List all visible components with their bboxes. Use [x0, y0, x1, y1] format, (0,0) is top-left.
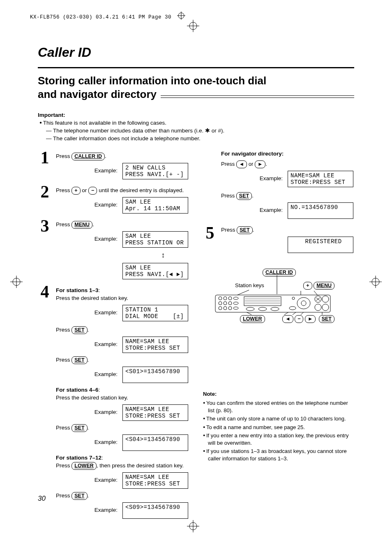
section-title-line2: and navigator directory [38, 88, 157, 101]
step-4-example-2: Example: NAME=SAM LEE STORE:PRESS SET [56, 337, 188, 353]
panel-label-plus-menu: + MENU [303, 282, 334, 290]
lcd-step-5: REGISTERED [288, 237, 353, 253]
lcd-nav-2: NO.=134567890 [288, 202, 353, 219]
title-rule [38, 67, 354, 68]
lcd-step-1: 2 NEW CALLS PRESS NAVI.[+ -] [122, 163, 188, 179]
step-2-number: 2 [38, 184, 52, 200]
registration-mark-right [369, 276, 382, 288]
page-title: Caller ID [38, 43, 354, 62]
key-lower: LOWER [71, 462, 97, 470]
step-4-stations-7-12-block: For stations 7–12:Press LOWER, then pres… [56, 454, 188, 489]
panel-label-lower: LOWER [240, 315, 265, 323]
section-title-rule [161, 95, 354, 98]
key-set: SET [71, 356, 87, 364]
registration-mark-top [187, 20, 199, 32]
panel-label-stationkeys: Station keys [235, 282, 264, 289]
step-4-example-6: Example: NAME=SAM LEE STORE:PRESS SET [56, 472, 188, 489]
step-4-set-4: Press SET. Example: <S09>=134567890 [56, 492, 188, 519]
step-4-press-set-2: Press SET. [56, 356, 188, 364]
running-head: KX-FLB756 (023-030) 03.4.21 6:41 PM Page… [30, 12, 371, 23]
panel-label-callerid: CALLER ID [263, 269, 296, 276]
lcd-step-4-2: NAME=SAM LEE STORE:PRESS SET [122, 337, 188, 353]
note-item-4: If you enter a new entry into a station … [203, 432, 353, 447]
section-title-line1: Storing caller information into one-touc… [38, 74, 266, 87]
key-set: SET [236, 192, 252, 200]
important-dash-2: The caller information does not include … [46, 135, 354, 143]
key-plus: + [71, 187, 80, 195]
key-caller-id: CALLER ID [71, 153, 105, 160]
key-set: SET [71, 326, 87, 334]
key-left-arrow: ◄ [236, 160, 247, 168]
step-5: 5 Press SET. REGISTERED [203, 225, 353, 255]
step-4-set-1: Press SET. Example: NAME=SAM LEE STORE:P… [56, 326, 188, 353]
step-2: 2 Press + or − until the desired entry i… [38, 184, 188, 216]
lcd-nav-1: NAME=SAM LEE STORE:PRESS SET [288, 171, 353, 187]
key-menu: MENU [71, 221, 92, 229]
updown-arrow-icon: ↕ [138, 250, 188, 260]
note-item-5: If you use stations 1–3 as broadcast key… [203, 448, 353, 462]
step-4-example-7: Example: <S09>=134567890 [56, 502, 188, 519]
lcd-step-4-5: <S04>=134567890 [122, 434, 188, 451]
step-3-number: 3 [38, 218, 52, 234]
navigator-directory-heading: For navigator directory: [221, 150, 353, 158]
step-4-set-3: Press SET. Example: <S04>=134567890 [56, 424, 188, 451]
step-4-press-set-4: Press SET. [56, 492, 188, 500]
step-4-example-3: Example: <S01>=134567890 [56, 367, 188, 383]
step-1-number: 1 [38, 150, 52, 166]
step-5-number: 5 [203, 225, 217, 241]
note-item-3: To edit a name and number, see page 25. [203, 424, 353, 431]
note-item-1: You can confirm the stored entries on th… [203, 399, 353, 414]
page-number: 30 [38, 494, 46, 504]
registration-mark-bottom [187, 520, 199, 532]
step-3-example-a: Example: SAM LEE PRESS STATION OR [56, 231, 188, 248]
important-dash-1: The telephone number includes data other… [46, 127, 354, 135]
lcd-step-2: SAM LEE Apr. 14 11:50AM [122, 197, 188, 214]
step-4-example-1: Example: STATION 1 DIAL MODE [±] [56, 305, 188, 321]
important-bullet: This feature is not available in the fol… [39, 119, 354, 127]
step-5-text: Press SET. [221, 226, 353, 234]
lcd-step-4-7: <S09>=134567890 [122, 502, 188, 519]
lcd-step-4-6: NAME=SAM LEE STORE:PRESS SET [122, 472, 188, 489]
step-4-stations-7-12: For stations 7–12:Press LOWER, then pres… [56, 454, 188, 470]
note-label: Note: [203, 390, 353, 398]
step-4-example-5: Example: <S04>=134567890 [56, 434, 188, 451]
important-label: Important: [38, 111, 354, 119]
nav-press-arrows: Press ◄ or ►. [221, 160, 353, 168]
panel-label-arrows-set: ◄ − ► SET [282, 315, 334, 323]
step-4-press-set-1: Press SET. [56, 326, 188, 334]
step-5-example: REGISTERED [221, 237, 353, 253]
lcd-step-3a: SAM LEE PRESS STATION OR [122, 231, 188, 248]
right-column: For navigator directory: Press ◄ or ►. E… [203, 150, 353, 522]
running-head-icon [177, 12, 185, 23]
key-right-arrow: ► [255, 160, 265, 168]
control-panel-diagram: CALLER ID Station keys + MENU LOWER ◄ − … [211, 274, 334, 316]
running-head-text: KX-FLB756 (023-030) 03.4.21 6:41 PM Page… [30, 14, 171, 20]
nav-example-2: Example: NO.=134567890 [221, 202, 353, 219]
key-set: SET [71, 492, 87, 500]
registration-mark-left [10, 276, 23, 288]
important-block: Important: This feature is not available… [38, 111, 354, 143]
phone-panel-icon [211, 274, 334, 316]
step-2-example: Example: SAM LEE Apr. 14 11:50AM [56, 197, 188, 214]
step-1-example: Example: 2 NEW CALLS PRESS NAVI.[+ -] [56, 163, 188, 179]
step-4-stations-4-6-block: For stations 4–6:Press the desired stati… [56, 386, 188, 421]
nav-example-1: Example: NAME=SAM LEE STORE:PRESS SET [221, 171, 353, 187]
note-item-2: The unit can only store a name of up to … [203, 415, 353, 423]
step-4: 4 For stations 1–3:Press the desired sta… [38, 284, 188, 324]
step-3-example-b: SAM LEE PRESS NAVI.[◄ ►] [56, 263, 188, 279]
section-title: Storing caller information into one-touc… [38, 74, 354, 101]
step-4-example-4: Example: NAME=SAM LEE STORE:PRESS SET [56, 404, 188, 421]
step-1: 1 Press CALLER ID. Example: 2 NEW CALLS … [38, 150, 188, 182]
note-block: Note: You can confirm the stored entries… [203, 390, 353, 463]
step-4-number: 4 [38, 284, 52, 300]
step-1-text: Press CALLER ID. [56, 153, 188, 160]
key-minus: − [88, 187, 97, 195]
step-4-set-2: Press SET. Example: <S01>=134567890 [56, 356, 188, 383]
key-set: SET [237, 226, 252, 234]
step-3-text: Press MENU. [56, 221, 188, 229]
lcd-step-3b: SAM LEE PRESS NAVI.[◄ ►] [122, 263, 188, 279]
lcd-step-4-3: <S01>=134567890 [122, 367, 188, 383]
left-column: 1 Press CALLER ID. Example: 2 NEW CALLS … [38, 150, 188, 522]
lcd-step-4-4: NAME=SAM LEE STORE:PRESS SET [122, 404, 188, 421]
step-4-press-set-3: Press SET. [56, 424, 188, 432]
